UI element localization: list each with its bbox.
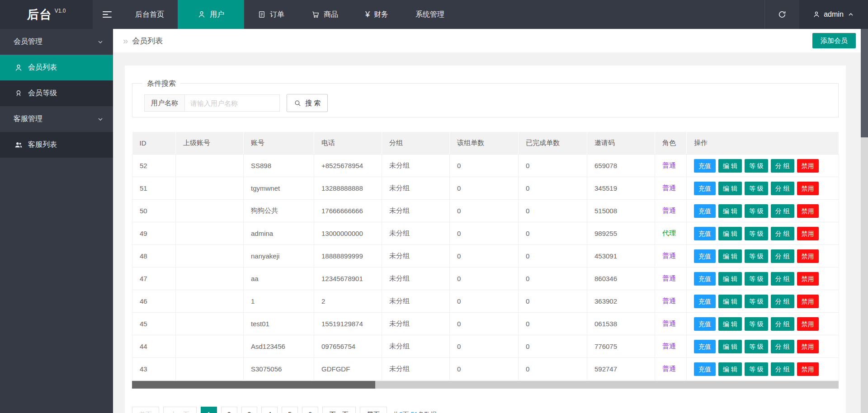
add-member-button[interactable]: 添加会员	[812, 33, 856, 48]
sidebar-group-service-mgmt[interactable]: 客服管理	[0, 106, 113, 132]
cell-id: 49	[132, 222, 176, 245]
nav-item-users[interactable]: 用户	[178, 0, 244, 29]
edit-button[interactable]: 编 辑	[718, 362, 742, 376]
edit-button[interactable]: 编 辑	[718, 272, 742, 286]
level-button[interactable]: 等 级	[745, 362, 768, 376]
group-button[interactable]: 分 组	[771, 362, 794, 376]
sidebar-group-member-mgmt[interactable]: 会员管理	[0, 29, 113, 55]
disable-button[interactable]: 禁用	[797, 249, 819, 263]
refresh-button[interactable]	[764, 0, 799, 29]
recharge-button[interactable]: 充值	[694, 317, 716, 331]
recharge-button[interactable]: 充值	[694, 362, 716, 376]
recharge-button[interactable]: 充值	[694, 182, 716, 195]
cell-group_orders: 0	[450, 358, 519, 380]
sidebar-item-member-level[interactable]: 会员等级	[0, 80, 113, 106]
disable-button[interactable]: 禁用	[797, 182, 819, 195]
cell-parent	[176, 177, 244, 200]
cell-role: 普通	[655, 313, 687, 335]
group-button[interactable]: 分 组	[771, 340, 794, 353]
recharge-button[interactable]: 充值	[694, 227, 716, 240]
level-button[interactable]: 等 级	[745, 159, 768, 173]
user-menu[interactable]: admin	[799, 0, 868, 29]
nav-item-home[interactable]: 后台首页	[122, 0, 178, 29]
nav-item-system[interactable]: 系统管理	[402, 0, 458, 29]
page-number-2[interactable]: 2	[221, 407, 237, 413]
nav-item-finance[interactable]: ¥财务	[352, 0, 402, 29]
page-number-4[interactable]: 4	[261, 407, 278, 413]
disable-button[interactable]: 禁用	[797, 317, 819, 331]
search-button[interactable]: 搜 索	[287, 94, 328, 112]
disable-button[interactable]: 禁用	[797, 362, 819, 376]
edit-button[interactable]: 编 辑	[718, 204, 742, 218]
level-button[interactable]: 等 级	[745, 272, 768, 286]
page-number-3[interactable]: 3	[241, 407, 258, 413]
recharge-button[interactable]: 充值	[694, 272, 716, 286]
page-next-button[interactable]: 下一页	[322, 407, 356, 413]
vertical-scrollbar-thumb[interactable]	[861, 29, 868, 137]
recharge-button[interactable]: 充值	[694, 340, 716, 353]
username-input[interactable]	[185, 94, 280, 112]
cell-invite_code: 860346	[587, 268, 655, 290]
cell-account: nanyakeji	[244, 245, 314, 268]
page-last-button[interactable]: 尾页	[360, 407, 387, 413]
cell-phone: 15519129874	[314, 313, 382, 335]
level-button[interactable]: 等 级	[745, 227, 768, 240]
recharge-button[interactable]: 充值	[694, 204, 716, 218]
nav-item-goods[interactable]: 商品	[298, 0, 352, 29]
vertical-scrollbar[interactable]	[861, 29, 868, 413]
horizontal-scrollbar[interactable]	[132, 381, 839, 389]
level-button[interactable]: 等 级	[745, 340, 768, 353]
level-button[interactable]: 等 级	[745, 317, 768, 331]
page-number-6[interactable]: 6	[302, 407, 318, 413]
group-button[interactable]: 分 组	[771, 317, 794, 331]
horizontal-scrollbar-thumb[interactable]	[132, 381, 375, 389]
group-button[interactable]: 分 组	[771, 272, 794, 286]
page-number-5[interactable]: 5	[282, 407, 298, 413]
edit-button[interactable]: 编 辑	[718, 295, 742, 308]
page-number-1[interactable]: 1	[201, 407, 217, 413]
group-button[interactable]: 分 组	[771, 249, 794, 263]
group-button[interactable]: 分 组	[771, 204, 794, 218]
cell-group_orders: 0	[450, 335, 519, 358]
recharge-button[interactable]: 充值	[694, 295, 716, 308]
disable-button[interactable]: 禁用	[797, 340, 819, 353]
edit-button[interactable]: 编 辑	[718, 340, 742, 353]
grade-icon	[14, 89, 23, 98]
group-button[interactable]: 分 组	[771, 159, 794, 173]
disable-button[interactable]: 禁用	[797, 204, 819, 218]
cell-account: tgymwnet	[244, 177, 314, 200]
level-button[interactable]: 等 级	[745, 295, 768, 308]
cell-parent	[176, 358, 244, 380]
page-prev-button[interactable]: 上一页	[163, 407, 197, 413]
sidebar-item-member-list[interactable]: 会员列表	[0, 55, 113, 80]
group-button[interactable]: 分 组	[771, 295, 794, 308]
disable-button[interactable]: 禁用	[797, 295, 819, 308]
cell-account: test01	[244, 313, 314, 335]
edit-button[interactable]: 编 辑	[718, 227, 742, 240]
edit-button[interactable]: 编 辑	[718, 182, 742, 195]
level-button[interactable]: 等 级	[745, 204, 768, 218]
disable-button[interactable]: 禁用	[797, 159, 819, 173]
cell-phone: GDFGDF	[314, 358, 382, 380]
cell-account: Asd123456	[244, 335, 314, 358]
level-button[interactable]: 等 级	[745, 182, 768, 195]
cell-id: 43	[132, 358, 176, 380]
sidebar-item-service-list[interactable]: 客服列表	[0, 132, 113, 158]
menu-toggle-button[interactable]	[93, 0, 122, 29]
disable-button[interactable]: 禁用	[797, 227, 819, 240]
recharge-button[interactable]: 充值	[694, 249, 716, 263]
recharge-button[interactable]: 充值	[694, 159, 716, 173]
cell-group_orders: 0	[450, 200, 519, 222]
cell-account: aa	[244, 268, 314, 290]
disable-button[interactable]: 禁用	[797, 272, 819, 286]
group-button[interactable]: 分 组	[771, 182, 794, 195]
group-button[interactable]: 分 组	[771, 227, 794, 240]
edit-button[interactable]: 编 辑	[718, 249, 742, 263]
edit-button[interactable]: 编 辑	[718, 317, 742, 331]
column-header-9: 操作	[687, 132, 839, 155]
nav-item-orders[interactable]: 订单	[244, 0, 298, 29]
edit-button[interactable]: 编 辑	[718, 159, 742, 173]
page-first-button[interactable]: 首页	[132, 407, 159, 413]
role-badge: 普通	[662, 274, 676, 282]
level-button[interactable]: 等 级	[745, 249, 768, 263]
